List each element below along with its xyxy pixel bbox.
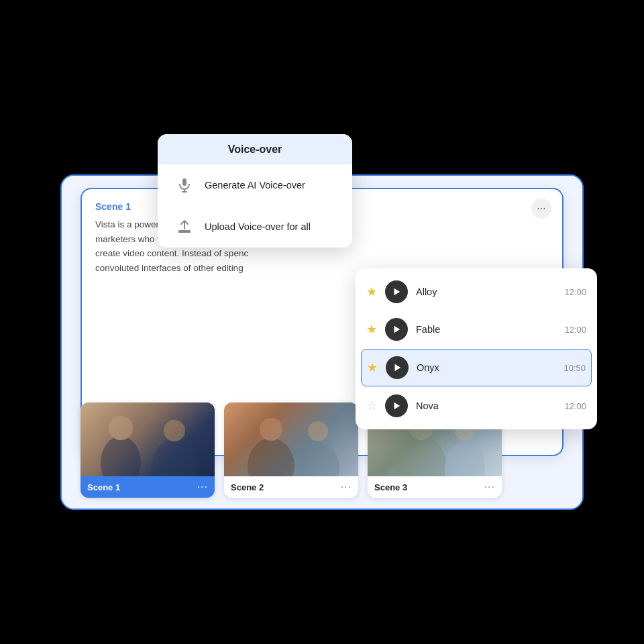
svg-rect-3 xyxy=(178,230,191,233)
scene-card-2[interactable]: Scene 2 ··· xyxy=(224,402,358,498)
voice-onyx[interactable]: ★ Onyx 10:50 xyxy=(361,349,592,386)
nova-star: ☆ xyxy=(366,398,377,413)
svg-point-8 xyxy=(248,438,294,476)
svg-rect-0 xyxy=(182,178,186,186)
scene1-footer: Scene 1 ··· xyxy=(80,476,215,498)
nova-name: Nova xyxy=(416,400,559,411)
scene3-name: Scene 3 xyxy=(374,482,407,492)
svg-point-10 xyxy=(297,441,339,476)
voice-selection-panel: ★ Alloy 12:00 ★ Fable 12:00 ★ Onyx 10:50 xyxy=(356,268,597,429)
voice-alloy[interactable]: ★ Alloy 12:00 xyxy=(356,274,597,310)
scene1-name: Scene 1 xyxy=(87,482,120,492)
fable-name: Fable xyxy=(416,324,559,335)
scene1-more[interactable]: ··· xyxy=(197,481,208,493)
upload-icon xyxy=(174,216,195,237)
upload-voiceover-button[interactable]: Upload Voice-over for all xyxy=(158,206,352,248)
voiceover-menu-title: Voice-over xyxy=(158,134,352,164)
onyx-star: ★ xyxy=(367,360,378,375)
scene3-footer: Scene 3 ··· xyxy=(368,476,502,498)
voiceover-menu: Voice-over Generate AI Voice-over Upload… xyxy=(158,134,352,248)
svg-marker-18 xyxy=(395,364,401,372)
voice-fable[interactable]: ★ Fable 12:00 xyxy=(356,311,597,347)
svg-point-5 xyxy=(109,416,133,440)
svg-point-4 xyxy=(101,436,141,476)
svg-point-6 xyxy=(151,439,198,476)
fable-play-button[interactable] xyxy=(385,318,408,341)
svg-point-12 xyxy=(396,437,447,476)
svg-marker-19 xyxy=(394,402,400,410)
scene2-thumbnail xyxy=(224,402,358,476)
generate-ai-voiceover-button[interactable]: Generate AI Voice-over xyxy=(158,164,352,206)
alloy-star: ★ xyxy=(366,284,377,299)
nova-time: 12:00 xyxy=(564,401,586,411)
svg-point-14 xyxy=(445,441,485,476)
upload-voiceover-label: Upload Voice-over for all xyxy=(205,221,311,232)
svg-point-9 xyxy=(260,418,282,441)
scene2-footer: Scene 2 ··· xyxy=(224,476,358,498)
svg-marker-16 xyxy=(394,288,400,296)
more-icon: ··· xyxy=(537,203,545,215)
alloy-play-button[interactable] xyxy=(385,280,408,303)
more-options-button[interactable]: ··· xyxy=(531,199,551,219)
alloy-name: Alloy xyxy=(416,286,559,297)
svg-point-11 xyxy=(308,421,328,441)
scene1-thumbnail xyxy=(80,402,215,476)
onyx-time: 10:50 xyxy=(564,363,586,373)
mic-icon xyxy=(174,174,195,196)
scene2-name: Scene 2 xyxy=(231,482,264,492)
alloy-time: 12:00 xyxy=(564,287,586,297)
nova-play-button[interactable] xyxy=(385,394,408,417)
generate-ai-label: Generate AI Voice-over xyxy=(205,180,305,191)
scene3-more[interactable]: ··· xyxy=(484,481,495,493)
onyx-name: Onyx xyxy=(417,362,558,373)
fable-time: 12:00 xyxy=(564,325,586,335)
scene-card-1[interactable]: Scene 1 ··· xyxy=(80,402,215,498)
scene2-more[interactable]: ··· xyxy=(341,481,352,493)
fable-star: ★ xyxy=(366,322,377,337)
onyx-play-button[interactable] xyxy=(386,356,409,379)
svg-marker-17 xyxy=(394,326,400,333)
svg-point-7 xyxy=(164,420,185,441)
voice-nova[interactable]: ☆ Nova 12:00 xyxy=(356,388,597,424)
